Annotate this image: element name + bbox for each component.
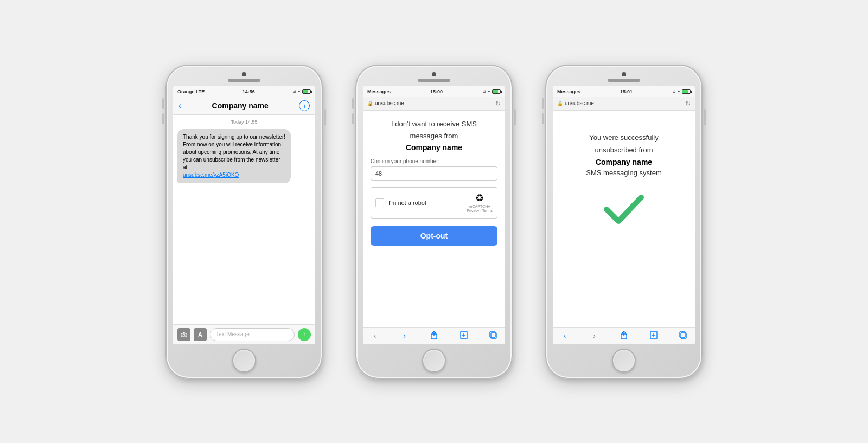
phone-1-screen: Orange LTE 14:56 ⊿ ✶ ‹ Company name i To… xyxy=(173,86,315,344)
sms-input-bar: A Text Message ↑ xyxy=(173,324,315,344)
success-company: Company name xyxy=(596,158,652,166)
browser-body-2: I don't want to receive SMS messages fro… xyxy=(363,111,505,327)
browser-bottom-bar-2: ‹ › xyxy=(363,327,505,344)
signal-icon-2: ⊿ xyxy=(482,89,486,94)
bluetooth-icon-3: ✶ xyxy=(677,89,681,94)
captcha-label: I'm not a robot xyxy=(388,200,462,206)
home-button-1[interactable] xyxy=(232,349,256,373)
volume-down-btn-3 xyxy=(542,113,544,124)
sms-bubble: Thank you for signing up to our newslett… xyxy=(177,129,291,183)
bookmarks-btn-2[interactable] xyxy=(456,331,471,341)
captcha-box: I'm not a robot ♻ reCAPTCHAPrivacy · Ter… xyxy=(371,187,497,219)
success-subtitle: SMS messaging system xyxy=(586,169,661,177)
camera-icon[interactable] xyxy=(177,328,190,341)
opt-out-title-line1: I don't want to receive SMS xyxy=(391,119,477,129)
volume-up-btn xyxy=(162,98,164,109)
power-btn xyxy=(324,109,326,125)
power-btn-2 xyxy=(514,109,516,125)
time-1: 14:56 xyxy=(242,89,255,94)
phone-2-top xyxy=(360,72,508,84)
carrier-1: Orange LTE xyxy=(177,89,205,94)
volume-down-btn-2 xyxy=(352,113,354,124)
app-store-icon[interactable]: A xyxy=(194,328,207,341)
svg-point-1 xyxy=(183,334,185,336)
phone-number-label: Confirm your phone number: xyxy=(371,158,497,164)
forward-nav-3[interactable]: › xyxy=(587,331,602,340)
tabs-btn-3[interactable] xyxy=(675,331,691,341)
phone-number-input[interactable] xyxy=(371,166,497,181)
camera-dot-2 xyxy=(432,72,436,76)
success-checkmark xyxy=(602,193,646,226)
opt-out-button[interactable]: Opt-out xyxy=(371,226,497,246)
recaptcha-brand: reCAPTCHAPrivacy · Terms xyxy=(467,204,493,214)
phone-3: Messages 15:01 ⊿ ✶ 🔒 unsubsc.me ↻ Y xyxy=(545,65,703,379)
browser-url-bar-3: 🔒 unsubsc.me ↻ xyxy=(553,97,695,111)
phone-3-screen: Messages 15:01 ⊿ ✶ 🔒 unsubsc.me ↻ Y xyxy=(553,86,695,344)
time-3: 15:01 xyxy=(620,89,633,94)
lock-icon-3: 🔒 xyxy=(557,101,563,106)
back-nav-3[interactable]: ‹ xyxy=(557,331,572,340)
sms-body: Today 14:55 Thank you for signing up to … xyxy=(173,115,315,324)
lock-icon-2: 🔒 xyxy=(367,101,373,106)
speaker-grill-3 xyxy=(608,79,640,82)
sms-date: Today 14:55 xyxy=(177,119,311,125)
back-button-1[interactable]: ‹ xyxy=(178,101,181,111)
sms-nav-bar: ‹ Company name i xyxy=(173,97,315,115)
success-title-2: unsubscribed from xyxy=(595,145,653,156)
bluetooth-icon: ✶ xyxy=(297,89,301,94)
url-domain-3: unsubsc.me xyxy=(565,100,594,106)
sms-contact-name: Company name xyxy=(212,101,269,110)
phone-1-top xyxy=(170,72,318,84)
speaker-grill-2 xyxy=(418,79,450,82)
captcha-checkbox[interactable] xyxy=(375,198,384,207)
phones-container: Orange LTE 14:56 ⊿ ✶ ‹ Company name i To… xyxy=(144,43,724,401)
volume-down-btn xyxy=(162,113,164,124)
success-title-1: You were successfully xyxy=(589,132,658,143)
browser-url-bar-2: 🔒 unsubsc.me ↻ xyxy=(363,97,505,111)
url-text-2: 🔒 unsubsc.me xyxy=(367,100,404,106)
opt-out-company: Company name xyxy=(406,143,462,152)
status-bar-1: Orange LTE 14:56 ⊿ ✶ xyxy=(173,86,315,97)
side-buttons-left xyxy=(162,98,164,124)
reload-btn-2[interactable]: ↻ xyxy=(495,100,501,107)
battery-icon-3 xyxy=(682,89,691,94)
power-btn-3 xyxy=(704,109,706,125)
status-icons-3: ⊿ ✶ xyxy=(672,89,691,94)
browser-bottom-bar-3: ‹ › xyxy=(553,327,695,344)
tabs-btn-2[interactable] xyxy=(486,331,501,341)
camera-dot xyxy=(242,72,246,76)
home-button-2[interactable] xyxy=(422,349,446,373)
camera-dot-3 xyxy=(622,72,626,76)
reload-btn-3[interactable]: ↻ xyxy=(685,100,691,107)
battery-icon-1 xyxy=(302,89,311,94)
share-btn-2[interactable] xyxy=(426,331,442,341)
side-buttons-left-3 xyxy=(542,98,544,124)
recaptcha-icon: ♻ xyxy=(475,192,484,204)
home-button-3[interactable] xyxy=(612,349,636,373)
phone-1: Orange LTE 14:56 ⊿ ✶ ‹ Company name i To… xyxy=(165,65,323,379)
sms-send-button[interactable]: ↑ xyxy=(298,328,311,341)
forward-nav-2[interactable]: › xyxy=(397,331,412,340)
bluetooth-icon-2: ✶ xyxy=(487,89,491,94)
time-2: 15:00 xyxy=(430,89,443,94)
back-nav-2[interactable]: ‹ xyxy=(367,331,382,340)
signal-icon-3: ⊿ xyxy=(672,89,676,94)
bookmarks-btn-3[interactable] xyxy=(646,331,661,341)
app-name-3: Messages xyxy=(557,89,580,94)
info-button[interactable]: i xyxy=(299,100,310,111)
phone-2: Messages 15:00 ⊿ ✶ 🔒 unsubsc.me ↻ I don'… xyxy=(355,65,513,379)
side-buttons-left-2 xyxy=(352,98,354,124)
phone-2-screen: Messages 15:00 ⊿ ✶ 🔒 unsubsc.me ↻ I don'… xyxy=(363,86,505,344)
status-icons-2: ⊿ ✶ xyxy=(482,89,501,94)
share-btn-3[interactable] xyxy=(616,331,631,341)
volume-up-btn-2 xyxy=(352,98,354,109)
url-text-3: 🔒 unsubsc.me xyxy=(557,100,594,106)
volume-up-btn-3 xyxy=(542,98,544,109)
status-bar-2: Messages 15:00 ⊿ ✶ xyxy=(363,86,505,97)
battery-icon-2 xyxy=(492,89,501,94)
sms-text-input[interactable]: Text Message xyxy=(210,328,295,341)
success-body: You were successfully unsubscribed from … xyxy=(553,111,695,327)
speaker-grill xyxy=(228,79,260,82)
captcha-logo: ♻ reCAPTCHAPrivacy · Terms xyxy=(467,192,493,214)
status-icons-1: ⊿ ✶ xyxy=(292,89,311,94)
